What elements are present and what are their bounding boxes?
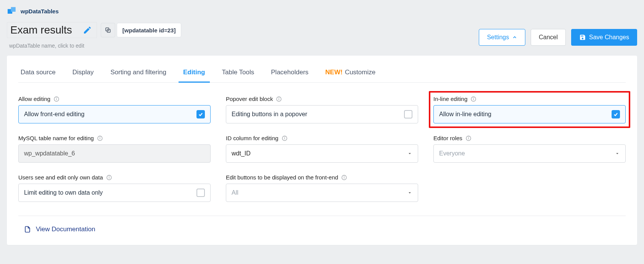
mysql-table-block: MySQL table name for editing wp_wpdatata… — [18, 135, 211, 163]
document-icon — [24, 225, 31, 234]
chevron-up-icon — [512, 35, 517, 40]
editor-roles-select[interactable]: Everyone — [433, 144, 626, 163]
label-text: ID column for editing — [226, 135, 279, 141]
copy-icon — [105, 27, 111, 34]
copy-shortcode-button[interactable] — [101, 23, 115, 37]
tab-editing[interactable]: Editing — [182, 65, 206, 82]
info-icon[interactable] — [53, 96, 60, 102]
checkbox-on-icon — [196, 110, 205, 118]
checkbox-on-icon — [612, 110, 620, 118]
info-icon[interactable] — [341, 174, 347, 181]
select-placeholder: Everyone — [439, 150, 465, 157]
caret-down-icon — [407, 151, 412, 156]
save-icon — [579, 34, 586, 41]
edit-buttons-block: Edit buttons to be displayed on the fron… — [226, 174, 418, 202]
svg-point-18 — [284, 137, 285, 138]
save-label: Save Changes — [589, 34, 629, 41]
id-column-label: ID column for editing — [226, 135, 418, 141]
topbar: Exam results [wpdatatable id=23] wpDataT… — [7, 22, 637, 49]
label-text: MySQL table name for editing — [18, 135, 94, 141]
tabs: Data source Display Sorting and filterin… — [18, 65, 626, 83]
toggle-text: Editing buttons in a popover — [232, 111, 307, 118]
page-title: Exam results — [10, 22, 73, 38]
label-text: Users see and edit only own data — [18, 174, 103, 181]
settings-button[interactable]: Settings — [479, 29, 525, 46]
brand-logo-icon — [8, 7, 18, 15]
cancel-label: Cancel — [539, 34, 558, 41]
id-column-block: ID column for editing wdt_ID — [226, 135, 418, 163]
own-data-label: Users see and edit only own data — [18, 174, 211, 181]
svg-point-9 — [279, 98, 279, 98]
editor-roles-block: Editor roles Everyone — [433, 135, 626, 163]
mysql-table-label: MySQL table name for editing — [18, 135, 211, 141]
title-hint: wpDataTable name, click to edit — [9, 43, 181, 49]
settings-label: Settings — [487, 34, 509, 41]
pencil-icon[interactable] — [83, 26, 92, 35]
label-text: Edit buttons to be displayed on the fron… — [226, 174, 338, 181]
save-button[interactable]: Save Changes — [571, 29, 637, 46]
info-icon[interactable] — [470, 96, 477, 102]
svg-point-24 — [109, 176, 109, 177]
label-text: Popover edit block — [226, 96, 273, 102]
inline-editing-label: In-line editing — [433, 96, 626, 102]
info-icon[interactable] — [106, 174, 112, 181]
settings-grid: Allow editing Allow front-end editing Po… — [18, 96, 626, 202]
topbar-right: Settings Cancel Save Changes — [479, 29, 637, 46]
tab-data-source[interactable]: Data source — [20, 65, 56, 82]
brand-block: wpDataTables — [8, 7, 637, 15]
toggle-text: Allow in-line editing — [439, 111, 491, 118]
separator — [18, 216, 626, 216]
caret-down-icon — [407, 190, 412, 195]
caret-down-icon — [615, 151, 620, 156]
tab-sorting-filtering[interactable]: Sorting and filtering — [109, 65, 167, 82]
brand-name: wpDataTables — [21, 8, 59, 14]
tab-customize-label: Customize — [345, 69, 375, 76]
select-value: wdt_ID — [232, 150, 251, 157]
toggle-text: Limit editing to own data only — [24, 189, 103, 196]
edit-buttons-select[interactable]: All — [226, 184, 418, 202]
doc-link-text: View Documentation — [36, 226, 95, 233]
editor-roles-label: Editor roles — [433, 135, 626, 141]
view-documentation-link[interactable]: View Documentation — [18, 225, 626, 234]
cancel-button[interactable]: Cancel — [531, 29, 566, 46]
highlight-annotation: In-line editing Allow in-line editing — [429, 91, 630, 128]
label-text: In-line editing — [433, 96, 467, 102]
shortcode-text[interactable]: [wpdatatable id=23] — [117, 23, 182, 37]
toggle-text: Allow front-end editing — [24, 111, 84, 118]
info-icon[interactable] — [465, 135, 472, 141]
svg-point-6 — [56, 98, 57, 98]
tab-customize[interactable]: NEW!Customize — [325, 65, 377, 82]
popover-toggle[interactable]: Editing buttons in a popover — [226, 105, 418, 123]
allow-editing-toggle[interactable]: Allow front-end editing — [18, 105, 211, 123]
info-icon[interactable] — [276, 96, 282, 102]
svg-point-15 — [100, 137, 100, 138]
allow-editing-label: Allow editing — [18, 96, 211, 102]
id-column-select[interactable]: wdt_ID — [226, 144, 418, 163]
inline-editing-toggle[interactable]: Allow in-line editing — [433, 105, 626, 123]
popover-block: Popover edit block Editing buttons in a … — [226, 96, 418, 123]
svg-point-12 — [473, 98, 474, 98]
new-prefix: NEW! — [325, 69, 343, 76]
label-text: Allow editing — [18, 96, 50, 102]
checkbox-off-icon — [404, 110, 412, 118]
checkbox-off-icon — [196, 189, 205, 197]
svg-point-21 — [469, 137, 469, 138]
tab-table-tools[interactable]: Table Tools — [221, 65, 255, 82]
info-icon[interactable] — [282, 135, 288, 141]
title-editor[interactable]: Exam results — [7, 22, 97, 38]
main-panel: Data source Display Sorting and filterin… — [7, 56, 637, 245]
info-icon[interactable] — [97, 135, 103, 141]
tab-display[interactable]: Display — [72, 65, 95, 82]
own-data-block: Users see and edit only own data Limit e… — [18, 174, 211, 202]
shortcode-block: [wpdatatable id=23] — [97, 23, 182, 37]
label-text: Editor roles — [433, 135, 462, 141]
select-value: All — [232, 189, 238, 196]
tab-placeholders[interactable]: Placeholders — [270, 65, 309, 82]
mysql-table-input[interactable]: wp_wpdatatable_6 — [18, 144, 211, 163]
inline-editing-block: In-line editing Allow in-line editing — [433, 96, 626, 123]
popover-label: Popover edit block — [226, 96, 418, 102]
own-data-toggle[interactable]: Limit editing to own data only — [18, 184, 211, 202]
allow-editing-block: Allow editing Allow front-end editing — [18, 96, 211, 123]
empty-cell — [433, 174, 626, 202]
svg-point-27 — [344, 176, 345, 177]
